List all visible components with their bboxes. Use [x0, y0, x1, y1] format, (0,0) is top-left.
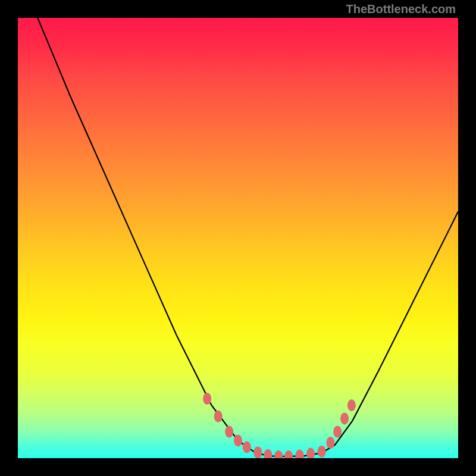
highlight-dot [264, 449, 272, 458]
highlight-dot [214, 411, 223, 422]
highlight-dot [347, 399, 356, 411]
highlight-dot [225, 426, 233, 438]
watermark-label: TheBottleneck.com [346, 2, 456, 16]
highlight-dot [318, 446, 326, 458]
highlight-dot [296, 450, 304, 458]
highlight-dot [340, 412, 349, 424]
bottleneck-curve [37, 18, 458, 456]
chart-svg [18, 18, 458, 458]
highlight-dot [243, 441, 251, 453]
highlight-dot [234, 434, 242, 446]
plot-area [18, 18, 458, 458]
highlight-dot [203, 393, 211, 405]
outer-frame: TheBottleneck.com [0, 0, 476, 476]
highlight-dot [274, 450, 283, 458]
highlight-dot [333, 426, 342, 438]
highlight-dot [306, 448, 315, 458]
highlight-dot [284, 450, 293, 458]
highlight-dot [326, 437, 334, 449]
highlight-dot [253, 446, 262, 458]
